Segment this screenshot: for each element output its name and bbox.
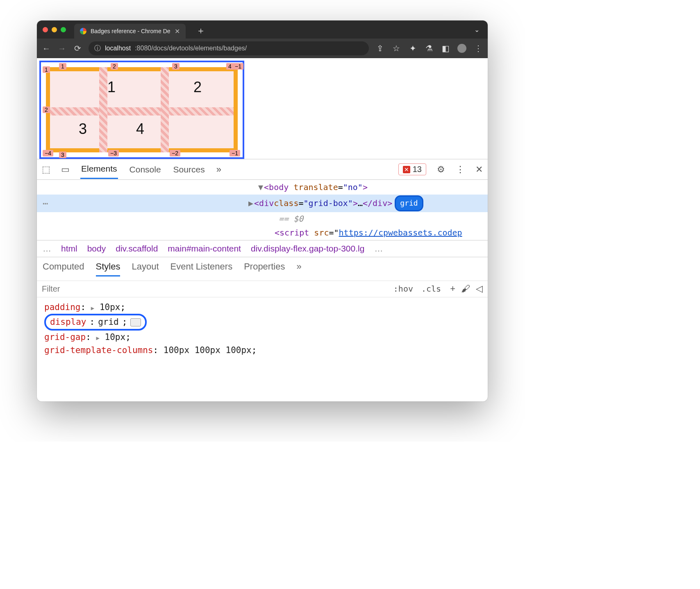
subtab-layout[interactable]: Layout: [132, 261, 159, 276]
site-info-icon[interactable]: ⓘ: [94, 44, 101, 53]
grid-line-label: −1: [230, 150, 240, 156]
grid-badge[interactable]: grid: [395, 195, 423, 211]
grid-cell: 2: [193, 79, 202, 96]
bookmark-icon[interactable]: ☆: [392, 44, 401, 53]
grid-cell: 4: [136, 120, 144, 138]
extensions-icon[interactable]: ✦: [408, 44, 417, 53]
tab-console[interactable]: Console: [129, 161, 162, 179]
new-style-rule-button[interactable]: +: [450, 283, 455, 294]
window-controls: [43, 27, 66, 32]
script-src-link[interactable]: https://cpwebassets.codep: [339, 228, 462, 238]
address-bar[interactable]: ⓘ localhost:8080/docs/devtools/elements/…: [89, 41, 369, 55]
cls-button[interactable]: .cls: [417, 281, 445, 296]
devtools-tabbar: ⬚ ▭ Elements Console Sources » ✕ 13 ⚙ ⋮ …: [37, 159, 488, 180]
share-icon[interactable]: ⇪: [375, 44, 384, 53]
grid-cell: 1: [107, 79, 116, 96]
subtab-event-listeners[interactable]: Event Listeners: [170, 261, 233, 276]
breadcrumb-item[interactable]: div.scaffold: [116, 244, 158, 254]
reload-button[interactable]: ⟳: [73, 44, 82, 53]
breadcrumb-item[interactable]: body: [87, 244, 106, 254]
dom-breadcrumb[interactable]: … html body div.scaffold main#main-conte…: [37, 240, 488, 257]
new-tab-button[interactable]: ＋: [196, 25, 205, 37]
hov-button[interactable]: :hov: [389, 281, 417, 296]
dom-tree[interactable]: ▼<body translate="no"> ⋯ ▶<div class="gr…: [37, 180, 488, 240]
page-content: 1 2 3 4 1 1 2 3 4 −1 2 −4 3 −3 −2 −1: [37, 58, 488, 159]
profile-avatar[interactable]: [457, 44, 466, 53]
labs-icon[interactable]: ⚗: [425, 44, 434, 53]
close-devtools-icon[interactable]: ✕: [475, 164, 483, 175]
grid-line-label: −4: [43, 150, 53, 156]
tab-sources[interactable]: Sources: [173, 161, 206, 179]
back-button[interactable]: ←: [42, 44, 51, 53]
error-count: 13: [413, 165, 422, 174]
grid-line-label: 3: [172, 63, 180, 70]
tabs-menu-icon[interactable]: ⌄: [474, 26, 480, 34]
error-counter[interactable]: ✕ 13: [398, 163, 426, 175]
styles-subtabs: Computed Styles Layout Event Listeners P…: [37, 257, 488, 281]
maximize-window-button[interactable]: [61, 27, 66, 32]
tab-title: Badges reference - Chrome De: [91, 28, 170, 34]
close-window-button[interactable]: [43, 27, 48, 32]
error-icon: ✕: [403, 166, 410, 173]
styles-toolbar: :hov .cls + 🖌 ◁: [37, 281, 488, 297]
browser-toolbar: ← → ⟳ ⓘ localhost:8080/docs/devtools/ele…: [37, 39, 488, 58]
styles-filter-input[interactable]: [37, 281, 389, 297]
inspect-icon[interactable]: ⬚: [42, 164, 50, 175]
css-declaration[interactable]: grid-gap: ▶ 10px;: [44, 331, 480, 344]
breadcrumb-item[interactable]: main#main-content: [168, 244, 241, 254]
selected-marker: == $0: [37, 212, 488, 225]
css-declaration[interactable]: padding: ▶ 10px;: [44, 301, 480, 314]
css-declaration-highlighted[interactable]: display: grid;: [44, 314, 480, 331]
browser-menu-icon[interactable]: ⋮: [474, 44, 483, 53]
collapsed-indicator-icon: ⋯: [43, 196, 48, 211]
chrome-favicon-icon: [80, 28, 86, 34]
breadcrumb-item[interactable]: div.display-flex.gap-top-300.lg: [251, 244, 364, 254]
expand-icon[interactable]: ▶: [248, 197, 253, 210]
css-rules[interactable]: padding: ▶ 10px; display: grid; grid-gap…: [37, 297, 488, 360]
dom-node[interactable]: <script src="https://cpwebassets.codep: [37, 225, 488, 240]
breadcrumb-more-right[interactable]: …: [374, 244, 383, 254]
subtab-properties[interactable]: Properties: [244, 261, 285, 276]
device-toolbar-icon[interactable]: ▭: [61, 164, 70, 175]
grid-line-label: −2: [170, 150, 180, 156]
toggle-sidebar-icon[interactable]: ◁: [476, 283, 483, 294]
url-host: localhost: [105, 45, 131, 52]
devtools-menu-icon[interactable]: ⋮: [456, 164, 465, 175]
grid-overlay-preview: 1 2 3 4 1 1 2 3 4 −1 2 −4 3 −3 −2 −1: [39, 61, 244, 159]
tab-elements[interactable]: Elements: [80, 160, 118, 179]
dom-node[interactable]: ▼<body translate="no">: [37, 180, 488, 195]
side-panel-icon[interactable]: ◧: [441, 44, 450, 53]
toolbar-right: ⇪ ☆ ✦ ⚗ ◧ ⋮: [375, 44, 483, 53]
devtools-panel: ⬚ ▭ Elements Console Sources » ✕ 13 ⚙ ⋮ …: [37, 159, 488, 401]
grid-line-label: 2: [43, 106, 50, 113]
grid-line-label: 1: [43, 66, 50, 73]
dom-node-selected[interactable]: ⋯ ▶<div class="grid-box">…</div> grid: [37, 195, 488, 212]
forward-button[interactable]: →: [57, 44, 66, 53]
breadcrumb-item[interactable]: html: [61, 244, 77, 254]
url-path: :8080/docs/devtools/elements/badges/: [135, 45, 247, 52]
brush-icon[interactable]: 🖌: [461, 283, 470, 294]
grid-editor-icon[interactable]: [130, 318, 141, 326]
subtab-styles[interactable]: Styles: [96, 261, 120, 276]
browser-window: Badges reference - Chrome De ✕ ＋ ⌄ ← → ⟳…: [37, 20, 488, 401]
minimize-window-button[interactable]: [52, 27, 57, 32]
css-declaration[interactable]: grid-template-columns: 100px 100px 100px…: [44, 344, 480, 357]
expand-icon[interactable]: ▼: [258, 181, 263, 194]
more-subtabs-icon[interactable]: »: [296, 261, 301, 276]
titlebar: Badges reference - Chrome De ✕ ＋ ⌄: [37, 20, 488, 39]
dom-ellipsis: …: [358, 197, 363, 210]
grid-line-label: 2: [111, 63, 118, 70]
browser-tab[interactable]: Badges reference - Chrome De ✕: [74, 24, 186, 39]
grid-line-label: 3: [59, 152, 66, 158]
grid-line-label: −1: [233, 63, 243, 70]
grid-cell: 3: [79, 120, 87, 138]
subtab-computed[interactable]: Computed: [43, 261, 84, 276]
grid-line-label: −3: [108, 150, 119, 156]
grid-line-label: 1: [59, 63, 66, 70]
breadcrumb-more-left[interactable]: …: [43, 244, 51, 254]
tab-close-icon[interactable]: ✕: [175, 27, 180, 35]
more-tabs-icon[interactable]: »: [216, 164, 221, 175]
settings-icon[interactable]: ⚙: [437, 164, 445, 175]
